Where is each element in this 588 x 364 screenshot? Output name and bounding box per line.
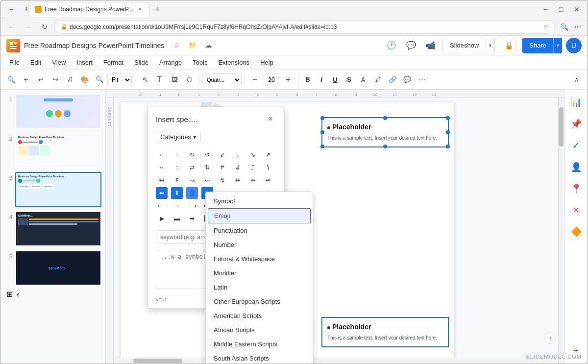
avatar[interactable]: U <box>566 38 582 53</box>
sidebar-maps-btn[interactable]: 📍 <box>567 180 585 197</box>
symbol-cell[interactable]: ↺ <box>201 149 213 161</box>
text-btn[interactable]: T <box>153 73 167 87</box>
back-btn[interactable]: ← <box>4 20 18 34</box>
menu-view[interactable]: View <box>47 57 71 68</box>
font-size-increase-btn[interactable]: + <box>281 73 295 87</box>
shapes-btn[interactable]: ⬡ <box>182 73 196 87</box>
symbol-cell[interactable]: ↓ <box>232 149 244 161</box>
lock-btn[interactable]: 🔒 <box>501 38 516 53</box>
history-btn[interactable]: 🕐 <box>384 38 399 53</box>
symbol-cell[interactable]: ↤ <box>156 174 168 186</box>
symbol-cell[interactable]: ↟ <box>171 174 183 186</box>
menu-help[interactable]: Help <box>255 57 278 68</box>
symbol-cell[interactable]: ↭ <box>232 174 244 186</box>
symbol-cell[interactable]: ↝ <box>186 174 198 186</box>
menu-tools[interactable]: Tools <box>188 57 212 68</box>
slide-thumbnail-2[interactable]: 2 Roadmap Design PowerPoint Timelines <box>4 133 101 168</box>
symbol-cell[interactable]: ⇄ <box>186 162 198 173</box>
redo-btn[interactable]: ↪ <box>49 73 62 87</box>
cloud-btn[interactable]: ☁ <box>201 39 215 52</box>
symbol-cell[interactable]: ⤴ <box>247 162 259 173</box>
symbol-cell[interactable]: ⇅ <box>201 162 213 173</box>
minimize-btn[interactable]: − <box>539 2 552 16</box>
dropdown-item-symbol[interactable]: Symbol <box>206 194 313 208</box>
symbol-cell[interactable]: ↫ <box>262 174 274 186</box>
font-size-input[interactable]: 20 <box>263 73 280 86</box>
dropdown-item-modifier[interactable]: Modifier <box>206 266 313 280</box>
italic-btn[interactable]: I <box>315 73 328 86</box>
symbol-cell[interactable]: ⟶ <box>186 200 198 212</box>
sidebar-asterisk-btn[interactable]: ✳ <box>567 201 585 219</box>
bold-btn[interactable]: B <box>301 73 314 86</box>
symbol-cell[interactable]: ➡ <box>186 213 198 224</box>
placeholder-box-1[interactable]: Placeholder This is a sample text. Inser… <box>321 117 449 147</box>
comment-btn[interactable]: 💬 <box>403 38 419 53</box>
dropdown-item-middle-eastern[interactable]: Middle Eastern Scripts <box>206 337 313 351</box>
symbol-cell[interactable]: ↘ <box>247 149 259 161</box>
slide-thumbnail-1[interactable]: 1 <box>4 94 101 129</box>
symbol-cell[interactable]: ↲ <box>232 162 244 173</box>
next-btn[interactable]: › <box>544 332 556 344</box>
font-select[interactable]: Quatr... <box>202 73 242 86</box>
symbol-cell[interactable]: ↔ <box>156 162 168 173</box>
zoom-out-btn[interactable]: 🔍 <box>4 73 18 87</box>
select-btn[interactable]: ↖ <box>138 73 152 87</box>
dropdown-item-punctuation[interactable]: Punctuation <box>206 223 313 238</box>
symbol-cell[interactable]: ↙ <box>217 149 228 161</box>
meet-btn[interactable]: 📹 <box>423 38 439 53</box>
maximize-btn[interactable]: □ <box>554 2 568 16</box>
zoom-add-btn[interactable]: + <box>19 73 33 87</box>
collapse-btn[interactable]: ∧ <box>570 73 584 87</box>
menu-arrange[interactable]: Arrange <box>154 57 187 68</box>
active-tab[interactable]: Free Roadmap Designs PowerP... ✕ <box>28 2 149 17</box>
menu-edit[interactable]: Edit <box>25 57 46 68</box>
zoom-icon[interactable]: 🔍 <box>558 21 570 33</box>
menu-file[interactable]: File <box>4 57 24 68</box>
sidebar-orange-btn[interactable]: 🔶 <box>567 223 585 241</box>
sidebar-contacts-btn[interactable]: 👤 <box>567 158 585 176</box>
more-btn[interactable]: ⋯ <box>415 73 429 87</box>
dropdown-item-american[interactable]: American Scripts <box>206 309 313 323</box>
dialog-close-btn[interactable]: × <box>265 113 276 125</box>
symbol-cell[interactable]: ↬ <box>247 174 259 186</box>
slideshow-btn[interactable]: Slideshow <box>442 38 486 53</box>
dropdown-item-other-european[interactable]: Other European Scripts <box>206 294 313 309</box>
menu-slide[interactable]: Slide <box>129 57 153 68</box>
zoom-btn[interactable]: 🔍 <box>93 73 106 87</box>
slideshow-dropdown-btn[interactable]: ▾ <box>486 38 495 53</box>
symbol-cell[interactable]: ↑ <box>171 149 183 161</box>
menu-format[interactable]: Format <box>98 57 128 68</box>
symbol-cell[interactable]: ▶ <box>156 213 168 224</box>
share-btn[interactable]: Share <box>522 38 553 53</box>
new-tab-btn[interactable]: + <box>151 3 163 15</box>
symbol-cell[interactable]: ↗ <box>262 149 274 161</box>
sidebar-keep-btn[interactable]: 📌 <box>567 115 585 133</box>
extensions-icon[interactable]: ⋯ <box>572 21 584 33</box>
symbol-cell[interactable]: ⟵ <box>156 200 168 212</box>
paint-format-btn[interactable]: 🎨 <box>78 73 92 87</box>
star-btn[interactable]: ☆ <box>170 39 184 52</box>
grid-view-btn[interactable]: ⊞ <box>6 290 13 299</box>
symbol-cell[interactable]: ↜ <box>201 174 213 186</box>
prev-slide-btn[interactable]: ‹ <box>17 290 19 299</box>
symbol-cell-selected-2[interactable]: ⬆ <box>171 187 183 199</box>
placeholder-box-2[interactable]: Placeholder This is a sample text. Inser… <box>321 317 449 347</box>
menu-insert[interactable]: Insert <box>72 57 98 68</box>
dropdown-item-emoji[interactable]: Emoji <box>208 208 311 223</box>
refresh-btn[interactable]: ↻ <box>38 20 51 34</box>
scrollbar-h[interactable] <box>114 358 558 364</box>
folder-btn[interactable]: 📁 <box>186 39 199 52</box>
dropdown-item-south-asian[interactable]: South Asian Scripts <box>206 351 313 364</box>
print-btn[interactable]: 🖨 <box>63 73 77 87</box>
underline-btn[interactable]: U <box>329 73 342 86</box>
symbol-cell[interactable]: ⤵ <box>262 162 274 173</box>
categories-dropdown[interactable]: Categories ▾ <box>156 131 201 143</box>
text-color-btn[interactable]: A <box>356 73 370 87</box>
symbol-cell-selected-3[interactable]: 👤 <box>186 187 198 199</box>
highlight-btn[interactable]: 🖍 <box>371 73 385 87</box>
slide-thumbnail-4[interactable]: 4 SlideMode... <box>4 211 101 246</box>
close-btn[interactable]: ✕ <box>570 2 584 16</box>
undo-btn[interactable]: ↩ <box>34 73 48 87</box>
image-btn[interactable]: 🖼 <box>168 73 181 87</box>
link-btn[interactable]: 🔗 <box>386 73 399 87</box>
